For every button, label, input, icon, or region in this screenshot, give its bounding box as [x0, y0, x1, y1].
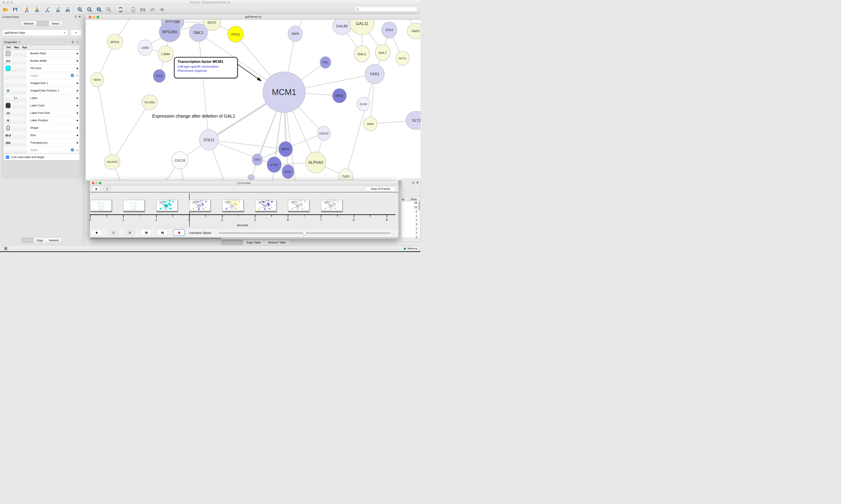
frame-thumbnail-4[interactable]: MCM1	[222, 200, 244, 212]
network-edge[interactable]	[97, 80, 112, 162]
table-row[interactable]: 26	[401, 201, 418, 205]
tab-style[interactable]: Style	[37, 21, 49, 26]
property-row-border-paint[interactable]: Border Paint◀	[3, 50, 80, 57]
collapse-row-icon[interactable]: ◀	[76, 141, 78, 144]
style-selector-dropdown[interactable]: galFiltered Style ▼	[2, 30, 68, 36]
close-panel-icon[interactable]: ✕	[78, 16, 81, 18]
bypass-cell[interactable]	[20, 65, 26, 71]
default-value-cell[interactable]: 12	[5, 110, 12, 116]
mapping-cell[interactable]	[12, 73, 19, 79]
annotation-link[interactable]: Pheromone response	[178, 69, 234, 72]
lock-dimensions-row[interactable]: ✓ Lock node width and height	[3, 154, 80, 161]
export-table-icon[interactable]	[55, 6, 61, 13]
tab-edge[interactable]: Edge	[34, 238, 46, 243]
property-row-transparency[interactable]: 255Transparency◀	[3, 139, 80, 146]
mapping-cell[interactable]	[12, 50, 19, 56]
collapse-row-icon[interactable]: ◀	[76, 59, 78, 62]
collapse-row-icon[interactable]: ◀	[76, 104, 78, 107]
open-session-icon[interactable]	[2, 6, 9, 13]
annotation-box[interactable]: Transcription factor MCM1 Cell-type-spec…	[174, 57, 238, 78]
property-row-size[interactable]: 50.0Size◀	[3, 131, 80, 139]
expand-all-icon[interactable]	[71, 40, 74, 43]
panel-divider[interactable]	[83, 14, 86, 247]
bypass-cell[interactable]	[20, 58, 26, 64]
table-row[interactable]: 25	[401, 205, 418, 210]
network-edge[interactable]	[198, 33, 209, 140]
record-button[interactable]	[174, 230, 184, 236]
default-value-cell[interactable]: 255	[5, 140, 12, 146]
property-row-width[interactable]: Widthi◀	[3, 146, 80, 154]
show-panels-button[interactable]	[1, 246, 10, 251]
play-button[interactable]	[91, 230, 102, 236]
zoom-fit-icon[interactable]	[96, 6, 103, 13]
table-row[interactable]: 2	[401, 227, 418, 231]
default-value-cell[interactable]	[5, 65, 12, 71]
bypass-cell[interactable]	[20, 140, 26, 146]
tab-select[interactable]: Select	[49, 21, 62, 26]
collapse-row-icon[interactable]: ◀	[76, 74, 78, 77]
mapping-cell[interactable]	[12, 65, 19, 71]
save-session-icon[interactable]	[12, 6, 18, 13]
zoom-out-icon[interactable]	[86, 6, 93, 13]
frame-thumbnail-7[interactable]: MCM1	[321, 200, 342, 212]
network-window-titlebar[interactable]: galFiltered.sif	[86, 14, 420, 20]
frame-thumbnail-0[interactable]	[90, 200, 112, 212]
table-column-headers[interactable]: ity Stres	[401, 197, 420, 201]
collapse-row-icon[interactable]: ◀	[76, 112, 78, 114]
mapping-cell[interactable]	[12, 110, 19, 116]
canvas-caption[interactable]: Expression change after deletion of GAL1	[152, 113, 235, 119]
property-row-border-width[interactable]: 2.0Border Width◀	[3, 57, 80, 65]
info-icon[interactable]: i	[71, 74, 74, 77]
tab-node-table[interactable]: Node Table	[221, 240, 243, 245]
default-value-cell[interactable]	[5, 118, 12, 124]
skip-to-end-button[interactable]	[157, 230, 168, 236]
info-icon[interactable]: i	[71, 148, 74, 151]
frame-thumbnail-1[interactable]	[123, 200, 145, 212]
mapping-cell[interactable]	[12, 103, 19, 109]
stop-button[interactable]	[124, 230, 135, 236]
bypass-cell[interactable]	[20, 50, 26, 56]
float-panel-icon[interactable]	[412, 182, 414, 184]
zoom-in-icon[interactable]	[77, 6, 83, 13]
mapping-cell[interactable]	[12, 58, 19, 64]
float-panel-icon[interactable]	[75, 16, 77, 18]
collapse-row-icon[interactable]: ◀	[76, 119, 78, 122]
property-row-shape[interactable]: Shape◀	[3, 124, 80, 131]
mapping-cell[interactable]	[12, 95, 19, 101]
bypass-cell[interactable]	[20, 132, 26, 138]
tab-network[interactable]: Network	[21, 21, 37, 26]
divider-grip[interactable]	[84, 127, 85, 130]
close-panel-icon[interactable]: ✕	[416, 181, 418, 184]
table-row[interactable]: 2	[401, 231, 418, 236]
style-options-button[interactable]: ▼	[71, 30, 82, 36]
add-frame-button[interactable]	[92, 186, 100, 191]
property-row-label-position[interactable]: Label Position◀	[3, 117, 80, 124]
cyanimator-hscrollbar[interactable]	[90, 237, 398, 239]
bypass-cell[interactable]	[20, 147, 26, 153]
checkbox-checked-icon[interactable]: ✓	[6, 156, 9, 159]
network-canvas[interactable]: RPS28BDCP1RPS28ADMC1PCK1SWI5GAL80GAL11ST…	[86, 20, 420, 180]
property-row-label-font-size[interactable]: 12Label Font Size◀	[3, 109, 80, 117]
default-value-cell[interactable]	[5, 50, 12, 56]
frame-thumbnail-2[interactable]: MCM1	[156, 200, 178, 212]
mapping-cell[interactable]	[12, 125, 19, 131]
default-value-cell[interactable]	[5, 103, 12, 109]
table-row[interactable]: 2	[401, 210, 418, 214]
table-row[interactable]: 1	[401, 214, 418, 218]
frame-thumbnail-6[interactable]: MCM1	[288, 200, 309, 212]
apply-layout-icon[interactable]	[118, 6, 124, 13]
mapping-cell[interactable]	[12, 132, 19, 138]
property-row-image-chart-1[interactable]: Image/Chart 1◀	[3, 79, 80, 87]
mapping-cell[interactable]	[12, 118, 19, 124]
collapse-row-icon[interactable]: ◀	[76, 89, 78, 92]
property-row-fill-color[interactable]: Fill Color◀	[3, 65, 80, 72]
export-image-icon[interactable]	[65, 6, 71, 13]
collapse-row-icon[interactable]: ◀	[76, 127, 78, 129]
table-row[interactable]: 2	[401, 218, 418, 223]
network-edge[interactable]	[112, 102, 149, 162]
collapse-row-icon[interactable]: ◀	[76, 97, 78, 99]
collapse-row-icon[interactable]: ◀	[76, 67, 78, 69]
global-search-field[interactable]	[355, 7, 417, 12]
zoom-selected-icon[interactable]	[106, 6, 112, 13]
default-value-cell[interactable]	[5, 80, 12, 86]
